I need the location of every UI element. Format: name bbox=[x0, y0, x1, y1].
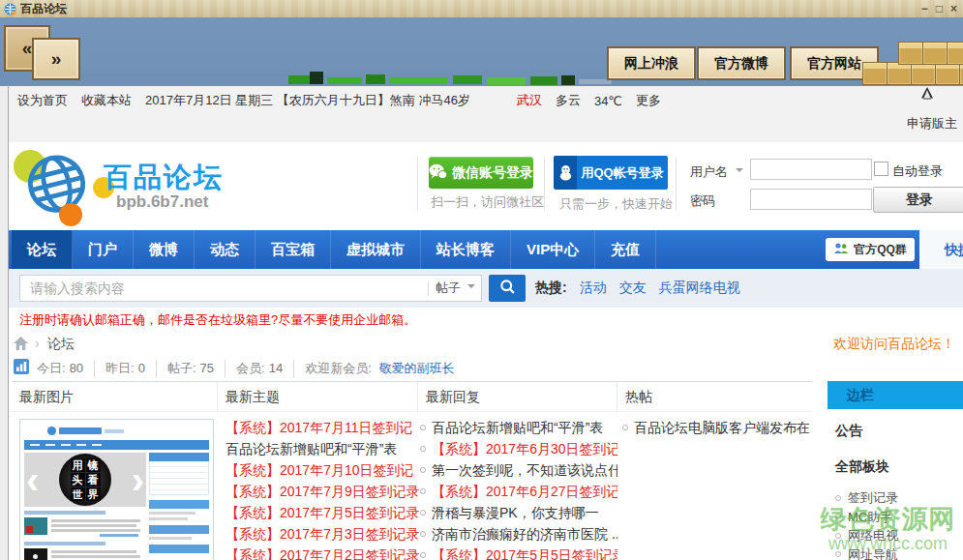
penguin-icon bbox=[920, 87, 934, 103]
banner-button[interactable]: 网上冲浪 bbox=[607, 46, 696, 80]
thread-link[interactable]: 【系统】2017年7月2日签到记录 bbox=[226, 545, 419, 560]
thumb-articles bbox=[24, 511, 146, 560]
reply-link[interactable]: 第一次签到呢，不知道该说点什 bbox=[420, 459, 617, 481]
hot-search-link[interactable]: 兵蛋网络电视 bbox=[659, 280, 740, 297]
sidebar-notice-heading: 公告 bbox=[835, 423, 963, 440]
banner-button[interactable]: 官方微博 bbox=[697, 46, 786, 80]
reply-link[interactable]: 【系统】2017年6月30日签到记 bbox=[420, 438, 617, 459]
stat-today: 今日:80 bbox=[37, 360, 95, 377]
hot-posts-list: 百品论坛电脑版客户端发布在 bbox=[622, 417, 812, 438]
search-button[interactable] bbox=[489, 275, 526, 302]
username-field[interactable] bbox=[750, 159, 872, 180]
breadcrumb: › 论坛 欢迎访问百品论坛！ bbox=[8, 333, 963, 356]
thumb-sidebar bbox=[149, 453, 209, 560]
forward-button[interactable]: » bbox=[32, 38, 80, 80]
qq-login-button[interactable]: 用QQ帐号登录 bbox=[554, 156, 668, 190]
sidebar-links: 签到记录MC助手网络电视网址导航上网助手 bbox=[835, 488, 963, 560]
nav-tabs: 论坛门户微博动态百宝箱虚拟城市站长博客VIP中心充值 bbox=[12, 230, 656, 269]
quick-nav-button[interactable]: 快捷导航 bbox=[919, 230, 963, 269]
site-header: 百品论坛 bpb.6b7.net 微信账号登录 扫一扫，访问微社区 用QQ帐号登… bbox=[8, 142, 963, 227]
latest-image-thumbnail[interactable]: ‹› 用镜头看世界 bbox=[19, 419, 214, 560]
latest-replies-list: 百品论坛新增贴吧和“平滑”表【系统】2017年6月30日签到记第一次签到呢，不知… bbox=[420, 417, 617, 560]
search-box: 帖子 bbox=[19, 275, 482, 302]
home-icon[interactable] bbox=[14, 337, 28, 354]
minimize-button[interactable]: − bbox=[921, 0, 928, 17]
sidebar-link[interactable]: MC助手 bbox=[835, 508, 963, 527]
login-button[interactable]: 登录 bbox=[873, 187, 963, 213]
newest-member-link[interactable]: 敬爱的副班长 bbox=[378, 361, 454, 375]
divider bbox=[417, 157, 418, 211]
bullet-icon bbox=[420, 467, 426, 473]
weather-text: 多云 bbox=[556, 92, 581, 109]
wechat-login-label: 微信账号登录 bbox=[452, 164, 533, 182]
nav-tab[interactable]: 论坛 bbox=[12, 230, 73, 269]
header-banner: « » 网上冲浪官方微博官方网站 bbox=[0, 17, 963, 85]
reply-link[interactable]: 济南市治癫痫好的济南市医院 ... bbox=[420, 523, 617, 545]
hot-search-link[interactable]: 交友 bbox=[619, 280, 647, 297]
app-icon bbox=[4, 3, 16, 15]
nav-tab[interactable]: 充值 bbox=[595, 230, 656, 269]
thread-link[interactable]: 【系统】2017年7月5日签到记录 bbox=[226, 502, 419, 523]
divider bbox=[544, 157, 545, 211]
qq-group-button[interactable]: 官方QQ群 bbox=[826, 238, 915, 261]
bar-chart-icon bbox=[14, 359, 29, 378]
sidebar-toggle[interactable]: 边栏 bbox=[828, 381, 963, 409]
wechat-login-button[interactable]: 微信账号登录 bbox=[429, 157, 533, 189]
nav-tab[interactable]: 门户 bbox=[73, 230, 134, 269]
thread-link[interactable]: 百品论坛新增贴吧和“平滑”表 bbox=[226, 438, 419, 459]
more-link[interactable]: 更多 bbox=[636, 92, 661, 109]
nav-tab[interactable]: 百宝箱 bbox=[256, 230, 331, 269]
stat-members: 会员:14 bbox=[236, 360, 294, 377]
bookmark-link[interactable]: 收藏本站 bbox=[81, 92, 132, 109]
bullet-icon bbox=[420, 552, 426, 558]
search-input[interactable] bbox=[20, 276, 417, 301]
close-button[interactable]: × bbox=[950, 0, 957, 17]
search-scope-dropdown[interactable]: 帖子 bbox=[428, 276, 475, 301]
city-link[interactable]: 武汉 bbox=[517, 92, 542, 109]
thumb-banner: ‹› 用镜头看世界 bbox=[24, 453, 146, 507]
maximize-button[interactable]: □ bbox=[936, 0, 943, 17]
password-label: 密码 bbox=[690, 192, 715, 210]
set-home-link[interactable]: 设为首页 bbox=[17, 92, 68, 109]
reply-link[interactable]: 滑稽与暴漫PK，你支持哪一 bbox=[420, 502, 617, 523]
hot-search-label: 热搜: bbox=[535, 280, 567, 297]
hot-search-link[interactable]: 活动 bbox=[580, 280, 607, 297]
column-header-latest-threads: 最新主题 bbox=[218, 382, 418, 411]
sidebar-link[interactable]: 网址导航 bbox=[835, 545, 963, 560]
reply-link[interactable]: 【系统】2017年5月5日签到记录 bbox=[420, 545, 617, 560]
stat-posts: 帖子:75 bbox=[167, 360, 226, 377]
breadcrumb-separator: › bbox=[35, 336, 40, 351]
nav-tab[interactable]: 站长博客 bbox=[421, 230, 511, 269]
bullet-icon bbox=[835, 551, 841, 557]
thread-link[interactable]: 【系统】2017年7月11日签到记 bbox=[226, 417, 419, 438]
thread-link[interactable]: 【系统】2017年7月9日签到记录 bbox=[226, 481, 419, 502]
site-url: bpb.6b7.net bbox=[116, 192, 208, 212]
hot-post-link[interactable]: 百品论坛电脑版客户端发布在 bbox=[622, 417, 812, 438]
thread-link[interactable]: 【系统】2017年7月10日签到记 bbox=[226, 459, 419, 481]
reply-link[interactable]: 百品论坛新增贴吧和“平滑”表 bbox=[420, 417, 617, 438]
globe-icon bbox=[20, 147, 94, 223]
bullet-icon bbox=[835, 495, 841, 501]
password-field[interactable] bbox=[750, 189, 872, 210]
reply-link[interactable]: 【系统】2017年6月27日签到记 bbox=[420, 481, 617, 502]
sidebar-link[interactable]: 网络电视 bbox=[835, 526, 963, 545]
auto-login-checkbox[interactable] bbox=[874, 162, 888, 176]
nav-tab[interactable]: 动态 bbox=[195, 230, 256, 269]
breadcrumb-forum-link[interactable]: 论坛 bbox=[47, 336, 75, 353]
username-dropdown-icon[interactable] bbox=[736, 168, 743, 176]
stat-yesterday: 昨日:0 bbox=[105, 360, 157, 377]
welcome-message: 欢迎访问百品论坛！ bbox=[833, 336, 955, 353]
apply-moderator-link[interactable]: 申请版主 bbox=[907, 115, 957, 133]
thumb-logo bbox=[24, 424, 209, 438]
main-navbar: 论坛门户微博动态百宝箱虚拟城市站长博客VIP中心充值 官方QQ群 快捷导航 bbox=[8, 230, 963, 269]
wechat-icon bbox=[429, 163, 447, 183]
notice-band: 注册时请确认邮箱正确，邮件是否在垃圾箱里?尽量不要使用企业邮箱。 bbox=[8, 308, 963, 333]
qq-caption: 只需一步，快速开始 bbox=[559, 195, 673, 213]
nav-tab[interactable]: VIP中心 bbox=[511, 230, 595, 269]
nav-tab[interactable]: 虚拟城市 bbox=[331, 230, 421, 269]
bullet-icon bbox=[622, 425, 628, 430]
bullet-icon bbox=[420, 488, 426, 494]
nav-tab[interactable]: 微博 bbox=[134, 230, 195, 269]
sidebar-link[interactable]: 签到记录 bbox=[835, 488, 963, 508]
thread-link[interactable]: 【系统】2017年7月3日签到记录 bbox=[226, 523, 419, 545]
